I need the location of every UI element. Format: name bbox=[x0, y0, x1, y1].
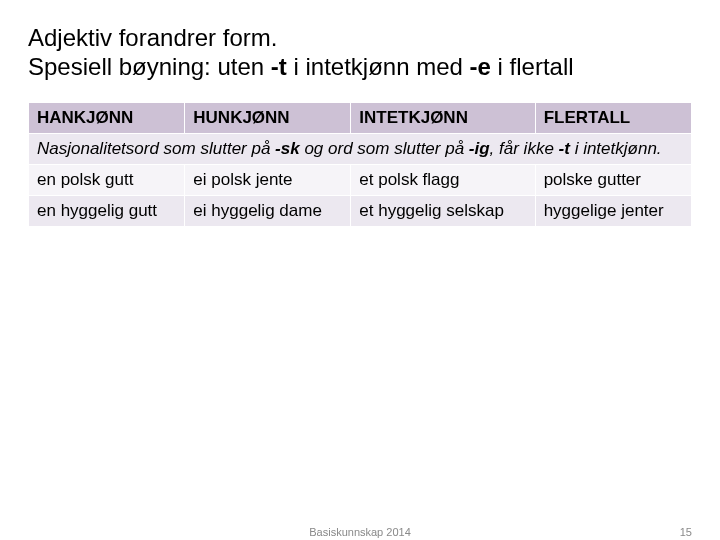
title-line1: Adjektiv forandrer form. bbox=[28, 24, 277, 51]
cell: et polsk flagg bbox=[351, 164, 535, 195]
cell: en polsk gutt bbox=[29, 164, 185, 195]
note-g: i intetkjønn. bbox=[570, 139, 662, 158]
page-number: 15 bbox=[680, 526, 692, 538]
title-line2-d: -e bbox=[470, 53, 491, 80]
note-f: -t bbox=[559, 139, 570, 158]
note-e: , får ikke bbox=[490, 139, 559, 158]
cell: ei hyggelig dame bbox=[185, 195, 351, 226]
title-line2-c: i intetkjønn med bbox=[287, 53, 470, 80]
note-b: -sk bbox=[275, 139, 300, 158]
inflection-table: HANKJØNN HUNKJØNN INTETKJØNN FLERTALL Na… bbox=[28, 102, 692, 227]
cell: en hyggelig gutt bbox=[29, 195, 185, 226]
cell: ei polsk jente bbox=[185, 164, 351, 195]
table-row: en hyggelig gutt ei hyggelig dame et hyg… bbox=[29, 195, 692, 226]
table-row: en polsk gutt ei polsk jente et polsk fl… bbox=[29, 164, 692, 195]
table-note-cell: Nasjonalitetsord som slutter på -sk og o… bbox=[29, 133, 692, 164]
note-c: og ord som slutter på bbox=[300, 139, 469, 158]
note-a: Nasjonalitetsord som slutter på bbox=[37, 139, 275, 158]
footer-center: Basiskunnskap 2014 bbox=[309, 526, 411, 538]
slide: Adjektiv forandrer form. Spesiell bøynin… bbox=[0, 0, 720, 540]
note-d: -ig bbox=[469, 139, 490, 158]
title-line2-a: Spesiell bøyning: uten bbox=[28, 53, 271, 80]
cell: hyggelige jenter bbox=[535, 195, 691, 226]
cell: polske gutter bbox=[535, 164, 691, 195]
col-hankjonn: HANKJØNN bbox=[29, 102, 185, 133]
title-line2-b: -t bbox=[271, 53, 287, 80]
col-intetkjonn: INTETKJØNN bbox=[351, 102, 535, 133]
page-title: Adjektiv forandrer form. Spesiell bøynin… bbox=[28, 24, 692, 82]
title-line2-e: i flertall bbox=[491, 53, 574, 80]
col-hunkjonn: HUNKJØNN bbox=[185, 102, 351, 133]
cell: et hyggelig selskap bbox=[351, 195, 535, 226]
table-note-row: Nasjonalitetsord som slutter på -sk og o… bbox=[29, 133, 692, 164]
col-flertall: FLERTALL bbox=[535, 102, 691, 133]
table-header-row: HANKJØNN HUNKJØNN INTETKJØNN FLERTALL bbox=[29, 102, 692, 133]
